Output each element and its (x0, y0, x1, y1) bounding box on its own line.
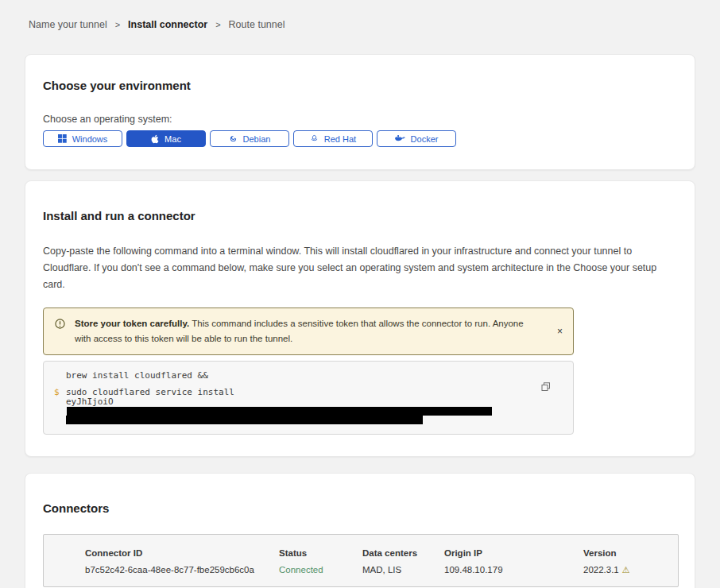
os-select-label: Choose an operating system: (43, 114, 677, 125)
install-description: Copy-paste the following command into a … (43, 243, 677, 293)
breadcrumb-separator: > (115, 20, 120, 29)
os-button-label: Windows (72, 134, 108, 144)
breadcrumb-step-route-tunnel[interactable]: Route tunnel (229, 19, 285, 30)
copy-icon[interactable] (540, 381, 552, 396)
connectors-card: Connectors Connector ID Status Data cent… (25, 473, 695, 588)
token-warning-banner: Store your token carefully. This command… (43, 308, 574, 355)
os-button-redhat[interactable]: Red Hat (293, 130, 373, 147)
breadcrumb-step-name-your-tunnel[interactable]: Name your tunnel (29, 19, 107, 30)
os-button-group: Windows Mac Debian Red Hat (43, 130, 677, 147)
col-header-connector-id: Connector ID (85, 548, 279, 558)
breadcrumb-step-install-connector[interactable]: Install connector (128, 19, 207, 30)
os-button-label: Debian (243, 134, 271, 144)
choose-environment-title: Choose your environment (43, 79, 677, 92)
connectors-table: Connector ID Status Data centers Origin … (43, 534, 679, 587)
status-badge: Connected (279, 565, 362, 575)
warning-triangle-icon: ⚠ (622, 565, 630, 574)
code-command: $ sudo cloudflared service install eyJhI… (66, 388, 525, 424)
alert-circle-icon (55, 319, 65, 334)
redacted-token-bar (67, 407, 492, 416)
cell-connector-id: b7c52c42-6caa-48ee-8c77-fbe259cb6c0a (85, 565, 279, 575)
code-line-brew-install: brew install cloudflared && (66, 371, 525, 381)
cell-data-centers: MAD, LIS (362, 565, 444, 575)
os-button-debian[interactable]: Debian (210, 130, 289, 147)
col-header-version: Version (583, 548, 678, 558)
os-button-windows[interactable]: Windows (43, 130, 122, 147)
close-icon[interactable]: × (557, 327, 563, 336)
shell-prompt: $ (54, 388, 60, 397)
windows-icon (58, 134, 67, 143)
col-header-data-centers: Data centers (362, 548, 444, 558)
os-button-label: Docker (411, 134, 439, 144)
install-connector-title: Install and run a connector (43, 209, 677, 222)
os-button-label: Red Hat (324, 134, 356, 144)
cell-origin-ip: 109.48.10.179 (444, 565, 583, 575)
page: Name your tunnel > Install connector > R… (0, 0, 720, 588)
choose-environment-card: Choose your environment Choose an operat… (25, 54, 695, 170)
redacted-token-bar (66, 416, 423, 424)
connectors-title: Connectors (43, 501, 677, 515)
col-header-origin-ip: Origin IP (444, 548, 583, 558)
col-header-status: Status (279, 548, 362, 558)
os-button-mac[interactable]: Mac (126, 130, 206, 147)
docker-icon (395, 134, 405, 143)
install-connector-card: Install and run a connector Copy-paste t… (25, 180, 695, 457)
os-button-docker[interactable]: Docker (377, 130, 456, 147)
os-button-label: Mac (165, 134, 181, 144)
redhat-icon (310, 134, 319, 143)
token-prefix: eyJhIjoiO (66, 397, 114, 407)
warning-title: Store your token carefully. (75, 319, 189, 328)
cell-version: 2022.3.1⚠ (583, 565, 678, 575)
breadcrumb-separator: > (215, 20, 220, 29)
apple-icon (151, 134, 159, 144)
debian-icon (229, 134, 238, 143)
breadcrumb: Name your tunnel > Install connector > R… (25, 0, 695, 30)
install-command-code-block: brew install cloudflared && $ sudo cloud… (43, 361, 574, 435)
